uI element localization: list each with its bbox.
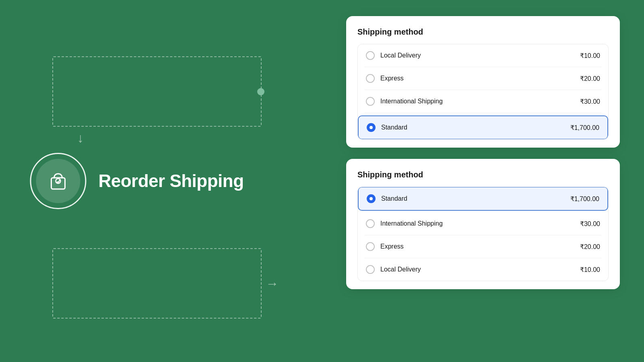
brand-title: Reorder Shipping — [98, 171, 244, 191]
table-row[interactable]: Local Delivery ₹10.00 — [364, 258, 602, 281]
option-left: Standard — [367, 194, 407, 203]
option-left: Express — [366, 74, 404, 83]
radio-express-2[interactable] — [366, 242, 375, 251]
table-row[interactable]: Express ₹20.00 — [364, 67, 602, 90]
table-row[interactable]: Standard ₹1,700.00 — [358, 115, 608, 140]
option-name: International Shipping — [380, 98, 443, 105]
option-price: ₹20.00 — [580, 243, 600, 251]
option-name: Local Delivery — [380, 52, 421, 59]
option-left: International Shipping — [366, 97, 443, 106]
option-price: ₹1,700.00 — [570, 124, 599, 132]
radio-local-delivery[interactable] — [366, 51, 375, 60]
arrow-down-icon: ↓ — [77, 132, 84, 144]
option-name: Express — [380, 75, 404, 82]
brand-container: Reorder Shipping — [30, 153, 244, 209]
option-price: ₹20.00 — [580, 75, 600, 82]
arrow-right-icon: → — [266, 277, 279, 290]
radio-local-delivery-2[interactable] — [366, 265, 375, 274]
radio-express[interactable] — [366, 74, 375, 83]
brand-icon-circle — [30, 153, 86, 209]
option-left: Standard — [367, 123, 407, 132]
radio-standard-checked-2[interactable] — [367, 194, 376, 203]
table-row[interactable]: Express ₹20.00 — [364, 235, 602, 258]
radio-standard-checked[interactable] — [367, 123, 376, 132]
option-price: ₹1,700.00 — [570, 195, 599, 203]
card1-title: Shipping method — [357, 27, 609, 37]
card2-option-list: Standard ₹1,700.00 International Shippin… — [357, 187, 609, 281]
option-left: Local Delivery — [366, 51, 421, 60]
radio-international-2[interactable] — [366, 219, 375, 228]
option-left: Express — [366, 242, 404, 251]
dashed-rect-top — [52, 56, 262, 127]
dashed-rect-bottom: → — [52, 248, 262, 319]
option-name: Express — [380, 243, 404, 250]
option-name: Standard — [381, 195, 407, 202]
brand-icon-inner — [36, 159, 80, 203]
table-row[interactable]: International Shipping ₹30.00 — [364, 212, 602, 235]
table-row[interactable]: Local Delivery ₹10.00 — [364, 44, 602, 67]
shipping-card-2: Shipping method Standard ₹1,700.00 Inter… — [346, 159, 620, 289]
option-left: International Shipping — [366, 219, 443, 228]
option-price: ₹30.00 — [580, 98, 600, 105]
option-left: Local Delivery — [366, 265, 421, 274]
right-section: Shipping method Local Delivery ₹10.00 Ex… — [346, 16, 620, 289]
option-price: ₹30.00 — [580, 220, 600, 228]
option-price: ₹10.00 — [580, 266, 600, 274]
option-name: International Shipping — [380, 220, 443, 227]
card2-title: Shipping method — [357, 170, 609, 179]
table-row[interactable]: Standard ₹1,700.00 — [358, 187, 608, 211]
option-price: ₹10.00 — [580, 52, 600, 60]
radio-international[interactable] — [366, 97, 375, 106]
left-section: ↓ Reorder Shipping → — [0, 0, 274, 362]
card1-option-list: Local Delivery ₹10.00 Express ₹20.00 Int… — [357, 44, 609, 140]
table-row[interactable]: International Shipping ₹30.00 — [364, 90, 602, 113]
option-name: Local Delivery — [380, 266, 421, 273]
dot-decoration — [257, 88, 264, 95]
shopping-bag-icon — [46, 169, 70, 193]
shipping-card-1: Shipping method Local Delivery ₹10.00 Ex… — [346, 16, 620, 148]
option-name: Standard — [381, 124, 407, 131]
